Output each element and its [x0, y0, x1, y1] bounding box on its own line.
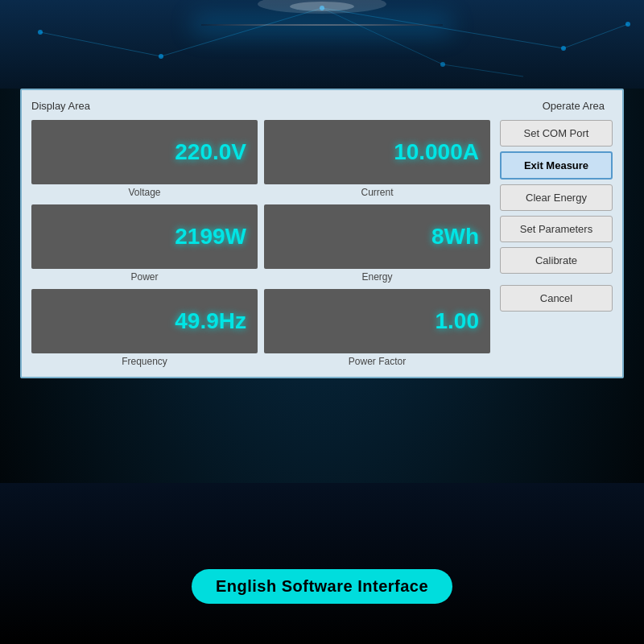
- voltage-block: 220.0V Voltage: [31, 120, 258, 198]
- energy-display: 8Wh: [264, 204, 490, 269]
- bottom-background: [0, 483, 644, 644]
- svg-point-9: [159, 54, 163, 59]
- svg-line-0: [322, 8, 564, 48]
- svg-point-13: [290, 2, 354, 11]
- english-software-label: English Software Interface: [192, 569, 452, 604]
- power-factor-label: Power Factor: [349, 356, 406, 367]
- svg-line-2: [161, 8, 322, 56]
- network-lines-icon: [0, 0, 644, 89]
- svg-point-10: [38, 30, 43, 35]
- svg-line-4: [322, 8, 443, 64]
- operate-area: Set COM Port Exit Measure Clear Energy S…: [500, 120, 613, 367]
- calibrate-button[interactable]: Calibrate: [500, 247, 613, 274]
- set-com-port-button[interactable]: Set COM Port: [500, 120, 613, 147]
- app-window: Display Area Operate Area 220.0V Voltage…: [20, 89, 624, 378]
- display-area: 220.0V Voltage 10.000A Current 2199W: [31, 120, 490, 367]
- bottom-label-area: English Software Interface: [0, 569, 644, 604]
- set-parameters-button[interactable]: Set Parameters: [500, 216, 613, 242]
- voltage-value: 220.0V: [175, 139, 246, 165]
- background: Display Area Operate Area 220.0V Voltage…: [0, 0, 644, 644]
- clear-energy-button[interactable]: Clear Energy: [500, 184, 613, 211]
- current-block: 10.000A Current: [264, 120, 490, 198]
- current-display: 10.000A: [264, 120, 490, 184]
- power-display: 2199W: [31, 204, 258, 269]
- top-background: [0, 0, 644, 89]
- power-factor-value: 1.00: [436, 308, 480, 334]
- content-area: 220.0V Voltage 10.000A Current 2199W: [31, 120, 613, 367]
- energy-block: 8Wh Energy: [264, 204, 490, 283]
- svg-line-1: [564, 24, 628, 48]
- frequency-block: 49.9Hz Frequency: [31, 289, 258, 367]
- window-title-row: Display Area Operate Area: [31, 100, 613, 112]
- energy-label: Energy: [361, 271, 392, 283]
- voltage-label: Voltage: [128, 187, 160, 198]
- frequency-label: Frequency: [122, 356, 167, 367]
- current-label: Current: [361, 187, 393, 198]
- operate-area-label: Operate Area: [543, 100, 605, 112]
- frequency-value: 49.9Hz: [175, 308, 246, 334]
- svg-line-5: [443, 64, 523, 76]
- svg-point-7: [561, 46, 566, 51]
- svg-point-8: [625, 22, 630, 27]
- power-factor-display: 1.00: [264, 289, 490, 353]
- voltage-display: 220.0V: [31, 120, 258, 184]
- svg-line-3: [40, 32, 161, 56]
- current-value: 10.000A: [394, 139, 479, 165]
- power-factor-block: 1.00 Power Factor: [264, 289, 490, 367]
- power-value: 2199W: [175, 224, 246, 250]
- energy-value: 8Wh: [431, 224, 479, 250]
- display-area-label: Display Area: [31, 100, 90, 112]
- exit-measure-button[interactable]: Exit Measure: [500, 151, 613, 180]
- frequency-display: 49.9Hz: [31, 289, 258, 353]
- svg-point-11: [440, 62, 445, 67]
- power-label: Power: [130, 271, 158, 283]
- power-block: 2199W Power: [31, 204, 258, 283]
- cancel-button[interactable]: Cancel: [500, 285, 613, 312]
